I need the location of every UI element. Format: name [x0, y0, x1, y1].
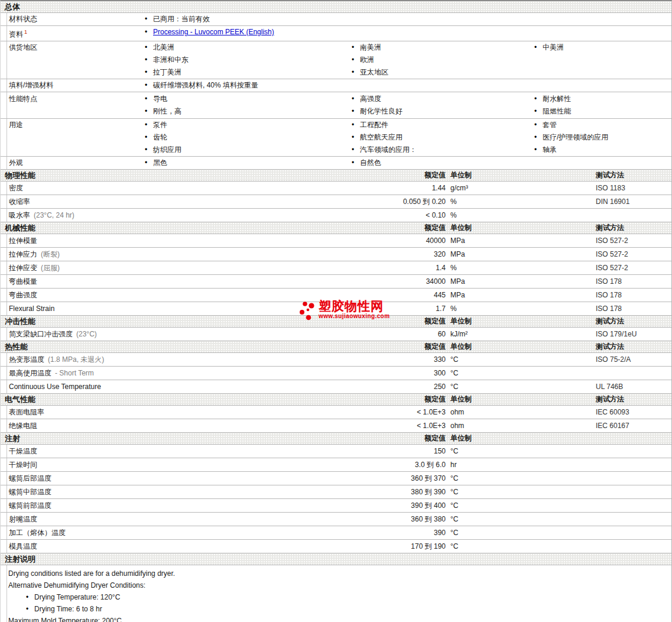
- property-test-method: ISO 527-2: [596, 261, 672, 274]
- property-unit: g/cm³: [446, 182, 596, 195]
- property-value: 380 到 390: [369, 485, 446, 498]
- unit-header: 单位制: [446, 341, 596, 352]
- bullet-item-text: 中美洲: [543, 43, 564, 51]
- bullet-column: [534, 13, 671, 25]
- property-test-method: [596, 540, 672, 553]
- unit-header: 单位制: [446, 316, 596, 327]
- note-line: •Drying Temperature: 120°C: [1, 591, 671, 603]
- bullet-column: •碳纤维增强材料, 40% 填料按重量: [145, 79, 352, 92]
- test-method-header: 测试方法: [596, 316, 672, 327]
- property-row: 射嘴温度360 到 380°C: [1, 513, 671, 526]
- property-row: 螺筒中部温度380 到 390°C: [1, 485, 671, 499]
- bullet-item: •齿轮: [145, 131, 352, 144]
- property-label: 密度: [9, 184, 23, 192]
- document-link[interactable]: Processing - Luvocom PEEK (English): [153, 28, 274, 36]
- property-unit: °C: [446, 540, 596, 553]
- property-value: < 0.10: [369, 209, 446, 222]
- bullet-item-text: 黑色: [153, 158, 167, 167]
- row-label: 供货地区: [9, 43, 37, 51]
- property-label: 螺筒中部温度: [9, 488, 51, 496]
- bullet-icon: •: [534, 105, 543, 118]
- property-value: 1.44: [369, 182, 446, 195]
- bullet-icon: •: [145, 119, 153, 131]
- property-row: 干燥时间3.0 到 6.0hr: [1, 458, 671, 472]
- bullet-column: •耐水解性•阻燃性能: [534, 93, 671, 118]
- property-test-method: [596, 367, 672, 380]
- note-text: Alternative Dehumidifying Dryer Conditio…: [8, 581, 145, 589]
- property-unit: MPa: [446, 289, 596, 302]
- bullet-column: [534, 26, 671, 41]
- bullet-item: •碳纤维增强材料, 40% 填料按重量: [145, 79, 352, 92]
- bullet-item-text: 齿轮: [153, 133, 167, 141]
- property-value: 360 到 370: [369, 472, 446, 485]
- property-test-method: ISO 179/1eU: [596, 328, 672, 341]
- property-label: 收缩率: [9, 197, 30, 206]
- property-test-method: [596, 485, 672, 498]
- injection-notes: Drying conditions listed are for a dehum…: [1, 565, 671, 622]
- section-title: 注射: [1, 433, 369, 444]
- section-column-header: 冲击性能额定值单位制测试方法: [1, 316, 671, 328]
- bullet-item-text: 拉丁美洲: [153, 68, 181, 76]
- row-label-cell: 资料1: [1, 26, 145, 41]
- property-unit: °C: [446, 367, 596, 380]
- property-unit: °C: [446, 485, 596, 498]
- property-label-cell: 拉伸应变(屈服): [1, 261, 369, 274]
- section-title: 热性能: [1, 341, 369, 352]
- property-test-method: [596, 472, 672, 485]
- general-row: 资料1•Processing - Luvocom PEEK (English): [1, 26, 671, 41]
- bullet-item: •泵件: [145, 119, 352, 131]
- bullet-icon: •: [352, 54, 360, 66]
- bullet-item-text: 自然色: [360, 158, 381, 167]
- bullet-icon: •: [145, 13, 153, 25]
- bullet-column: •南美洲•欧洲•亚太地区: [352, 41, 534, 79]
- rated-value-header: 额定值: [369, 394, 446, 405]
- bullet-column: •泵件•齿轮•纺织应用: [145, 119, 352, 156]
- property-unit: °C: [446, 353, 596, 366]
- general-row: 供货地区•北美洲•非洲和中东•拉丁美洲•南美洲•欧洲•亚太地区•中美洲: [1, 41, 671, 79]
- property-value: 390 到 400: [369, 499, 446, 512]
- property-row: 吸水率(23°C, 24 hr)< 0.10%: [1, 209, 671, 222]
- bullet-column: •北美洲•非洲和中东•拉丁美洲: [145, 41, 352, 79]
- property-unit: %: [446, 302, 596, 315]
- rated-value-header: 额定值: [369, 170, 446, 181]
- bullet-icon: •: [145, 157, 153, 169]
- property-test-method: ISO 178: [596, 275, 672, 288]
- property-label-cell: 收缩率: [1, 195, 369, 208]
- bullet-icon: •: [352, 41, 360, 54]
- property-unit: %: [446, 195, 596, 208]
- property-value: 300: [369, 367, 446, 380]
- row-label-cell: 材料状态: [1, 13, 145, 25]
- bullet-icon: •: [145, 93, 153, 105]
- section-column-header: 热性能额定值单位制测试方法: [1, 341, 671, 353]
- bullet-column: •黑色: [145, 157, 352, 169]
- test-method-header: 测试方法: [596, 394, 672, 405]
- property-label: 螺筒前部温度: [9, 501, 51, 510]
- property-label-cell: 拉伸应力(断裂): [1, 248, 369, 261]
- property-condition: - Short Term: [55, 369, 94, 377]
- property-row: 绝缘电阻< 1.0E+3ohmIEC 60167: [1, 419, 671, 433]
- bullet-column: •高强度•耐化学性良好: [352, 93, 534, 118]
- section-column-header: 电气性能额定值单位制测试方法: [1, 394, 671, 406]
- bullet-column: [534, 157, 671, 169]
- general-rows: 材料状态•已商用：当前有效资料1•Processing - Luvocom PE…: [1, 13, 671, 170]
- section-header-notes: 注射说明: [1, 553, 671, 565]
- rated-value-header: 额定值: [369, 222, 446, 234]
- general-row: 外观•黑色•自然色: [1, 157, 671, 170]
- property-label: 吸水率: [9, 211, 30, 219]
- bullet-item-text: 泵件: [153, 121, 167, 129]
- general-row: 填料/增强材料•碳纤维增强材料, 40% 填料按重量: [1, 79, 671, 92]
- row-label: 材料状态: [9, 15, 37, 23]
- rated-value-header: 额定值: [369, 316, 446, 327]
- section-title: 电气性能: [1, 394, 369, 405]
- note-line: Maximum Mold Temperature: 200°C: [1, 615, 671, 622]
- property-unit: °C: [446, 380, 596, 393]
- property-label-cell: 密度: [1, 182, 369, 195]
- row-label-cell: 用途: [1, 119, 145, 156]
- property-row: 弯曲强度445MPaISO 178: [1, 289, 671, 302]
- section-column-header: 物理性能额定值单位制测试方法: [1, 170, 671, 182]
- bullet-icon: •: [352, 119, 360, 131]
- bullet-column: •Processing - Luvocom PEEK (English): [145, 26, 352, 41]
- property-row: 拉伸应变(屈服)1.4%ISO 527-2: [1, 261, 671, 275]
- bullet-icon: •: [534, 119, 543, 131]
- unit-header: 单位制: [446, 170, 596, 181]
